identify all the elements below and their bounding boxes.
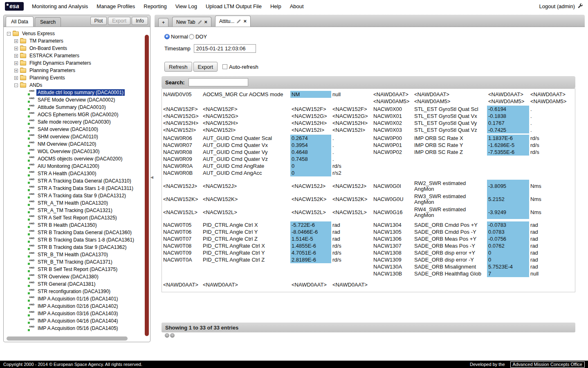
tree-item-and[interactable]: ANDSTR General (DACA1381) [6,280,144,288]
expand-icon[interactable]: + [14,69,18,72]
tree-item-and[interactable]: ANDSTR_A_TM Tracking (DACA1321) [6,207,144,214]
tree-item-and[interactable]: ANDSTR A Tracking Data Stars 1-8 (DACA13… [6,185,144,192]
collapse-icon[interactable]: - [7,32,11,36]
wrench-icon[interactable] [577,3,583,10]
collapse-icon[interactable]: - [14,84,18,87]
expand-icon[interactable]: + [14,76,18,80]
menu-item[interactable]: View Log [175,3,197,9]
expand-icon[interactable]: + [14,39,18,43]
tree-item-and[interactable]: ANDAIU Monitoring (DACA1200) [6,163,144,170]
tree-item-and[interactable]: ANDIMP A Acquisition 04/16 (DACA1404) [6,317,144,325]
menu-item[interactable]: Reporting [144,3,166,9]
refresh-button[interactable]: Refresh [164,62,192,72]
table-row[interactable]: <NAWD0AM5><NAWD0AM5><NAWD0AM5><NAWD0AM5> [162,98,575,105]
table-row[interactable]: <NACW152H><NACW152H><NACW152H><NACW152H>… [162,120,575,126]
tree-item-folder[interactable]: +ESTRACK Parameters [6,52,144,59]
table-row[interactable]: NACW130BSADE_ORB Healthflag Glob7null [162,270,575,277]
table-row[interactable]: <NACW152I><NACW152I><NACW152I><NACW152I>… [162,126,575,133]
menu-item[interactable]: About [290,3,304,9]
menu-item[interactable]: Upload LTM Output File [206,3,262,9]
logout-link[interactable]: Logout (admin) [539,3,575,9]
table-row[interactable]: NACW130ASADE_ORB Misalignment5.7523E-4ra… [162,263,575,270]
tree-item-folder[interactable]: +TM Parameters [6,37,144,45]
auto-refresh-checkbox[interactable] [222,64,227,69]
tree-item-and[interactable]: ANDWOL Overview (DACA0130) [6,148,144,155]
close-tab-icon[interactable]: × [243,19,247,23]
tree-item-ands[interactable]: -ANDs [6,81,144,89]
table-row[interactable]: NACW0T0APID_CTRL AngRate Ctrl Z2.8189E-6… [162,256,575,263]
tree-item-and[interactable]: ANDSTR A Health (DACA1300) [6,170,144,177]
tree-item-and[interactable]: ANDAttitude Summary (DACA0010) [6,104,144,111]
tree-item-and[interactable]: ANDNM Overview (DACA0120) [6,140,144,148]
table-row[interactable]: NACW0T08PID_CTRL AngRate Ctrl X1.4855E-6… [162,242,575,249]
tree-item-and[interactable]: ANDSAM overview (DACA0100) [6,126,144,133]
tab-all-data[interactable]: All Data [6,16,34,27]
menu-item[interactable]: Monitoring and Analysis [32,3,88,9]
tree-item-and[interactable]: ANDIMP A Acquisition 01/16 (DACA1401) [6,295,144,303]
table-row[interactable]: <NACW152L><NACW152L><NACW152L><NACW152L>… [162,206,575,219]
tree-item-and[interactable]: ANDIMP A Acquisition 02/16 (DACA1402) [6,303,144,310]
tree-item-root[interactable]: -Venus Express [6,30,144,37]
table-row[interactable]: <NACW152F><NACW152F><NACW152F><NACW152F>… [162,106,575,113]
tree-item-and[interactable]: ANDAttitude ctrl loop summary (DACA0001) [6,89,144,96]
table-row[interactable]: <NACW152G><NACW152G><NACW152G><NACW152G>… [162,113,575,120]
expand-icon[interactable]: + [14,61,18,65]
table-row[interactable]: NACW0T09PID_CTRL AngRate Ctrl Y4.7051E-6… [162,249,575,256]
tab-new-tab[interactable]: New Tab × [172,17,211,27]
tree-item-and[interactable]: ANDSTR A Tracking Data General (DACA1310… [6,177,144,185]
table-row[interactable]: NACW0R09AUT_GUID Cmd Quater Vz0.7458. [162,156,575,163]
office-link[interactable]: Advanced Mission Concepts Office [510,361,585,368]
table-row[interactable]: NACW0R0AAUT_GUID Cmd AngRate0rd/s [162,163,575,169]
rename-tab-icon[interactable] [237,19,241,23]
tree-item-and[interactable]: ANDSTR_B_TM Tracking (DACA1371) [6,258,144,266]
table-row[interactable]: <NACW152K><NACW152K><NACW152K><NACW152K>… [162,193,575,206]
table-row[interactable]: NACW0T06PID_CTRL Angle Ctrl Y-8.0466E-6r… [162,228,575,235]
table-row[interactable]: NACW0R06AUT_GUID Cmd Quater Scal0.2674.N… [162,135,575,142]
tree-item-folder[interactable]: +On-Board Events [6,45,144,52]
tree-item-and[interactable]: ANDSTR Overview (DACA1380) [6,273,144,280]
menu-item[interactable]: Help [270,3,281,9]
tree-horizontal-scrollbar[interactable] [7,336,128,341]
table-row[interactable]: NAWD0V05AOCMS_MGR Cur AOCMS modeNMnull<N… [162,91,575,98]
rename-tab-icon[interactable] [198,20,202,24]
add-tab-button[interactable]: + [158,18,168,27]
radio-normal[interactable] [164,34,170,39]
tree-item-and[interactable]: ANDAOCS Ephemeris MGR (DACA0020) [6,111,144,118]
plot-button[interactable]: Plot [90,17,107,25]
tab-attitude[interactable]: Attitu... × [215,16,251,27]
search-input[interactable] [189,78,248,86]
export-button[interactable]: Export [193,62,218,72]
tree-item-and[interactable]: ANDSTR_A_TM Health (DACA1320) [6,199,144,207]
timestamp-input[interactable] [194,44,256,53]
tree-item-and[interactable]: ANDIMP A Acquisition 05/16 (DACA1405) [6,325,144,332]
tree-item-and[interactable]: ANDSTR B Tracking Data Stars 1-8 (DACA13… [6,236,144,244]
tree-item-and[interactable]: ANDSTR B Tracking Data General (DACA1360… [6,229,144,236]
table-row[interactable]: NACW0R07AUT_GUID Cmd Quater Vx0.3954.NAC… [162,142,575,149]
tree-item-folder[interactable]: +Planning Parameters [6,67,144,74]
tree-item-and[interactable]: ANDIMP A Acquisition 03/16 (DACA1403) [6,310,144,317]
radio-doy[interactable] [189,34,194,39]
table-row[interactable]: <NACW152J><NACW152J><NACW152J><NACW152J>… [162,180,575,193]
tree-item-and[interactable]: ANDSAFE Mode Overview (DACA0002) [6,96,144,104]
sidebar-collapse-arrow-icon[interactable]: ◀ [150,175,153,179]
expand-icon[interactable]: + [14,47,18,50]
tree-item-and[interactable]: ANDSTR_B_TM Health (DACA1370) [6,251,144,258]
tree-item-and[interactable]: ANDSafe mode recovery (DACA0030) [6,118,144,126]
page-next-button[interactable]: › [170,333,175,338]
table-row[interactable]: NACW0T07PID_CTRL Angle Ctrl Z1.514E-5rad… [162,235,575,242]
tree-item-folder[interactable]: +Planning Events [6,74,144,81]
info-button[interactable]: Info [132,17,148,25]
table-row[interactable]: NACW0T05PID_CTRL Angle Ctrl X-5.722E-6ra… [162,221,575,228]
table-row[interactable]: NACW0R08AUT_GUID Cmd Quater Vy0.4648.NAC… [162,149,575,156]
tab-search[interactable]: Search [35,17,61,27]
tree-item-and[interactable]: ANDSTR reconfiguration (DACA1390) [6,288,144,295]
tree-item-and[interactable]: ANDSTR A Tracking data Star 9 (DACA1312) [6,192,144,199]
table-row[interactable]: NACW0R0BAUT_GUID Cmd AngAcc0r/s2 [162,169,575,176]
tree-item-and[interactable]: ANDSTR B Self Test Report (DACA1375) [6,266,144,273]
table-row[interactable]: <NAWD0AAT><NAWD0AAT><NAWD0AAT><NAWD0AAT> [162,281,575,288]
tree-item-and[interactable]: ANDSTR A Self Test Report (DACA1325) [6,214,144,221]
tree-vertical-scrollbar[interactable] [145,35,149,336]
tree-item-folder[interactable]: +Flight Dynamics Parameters [6,59,144,67]
expand-icon[interactable]: + [14,54,18,58]
menu-item[interactable]: Manage Profiles [97,3,135,9]
